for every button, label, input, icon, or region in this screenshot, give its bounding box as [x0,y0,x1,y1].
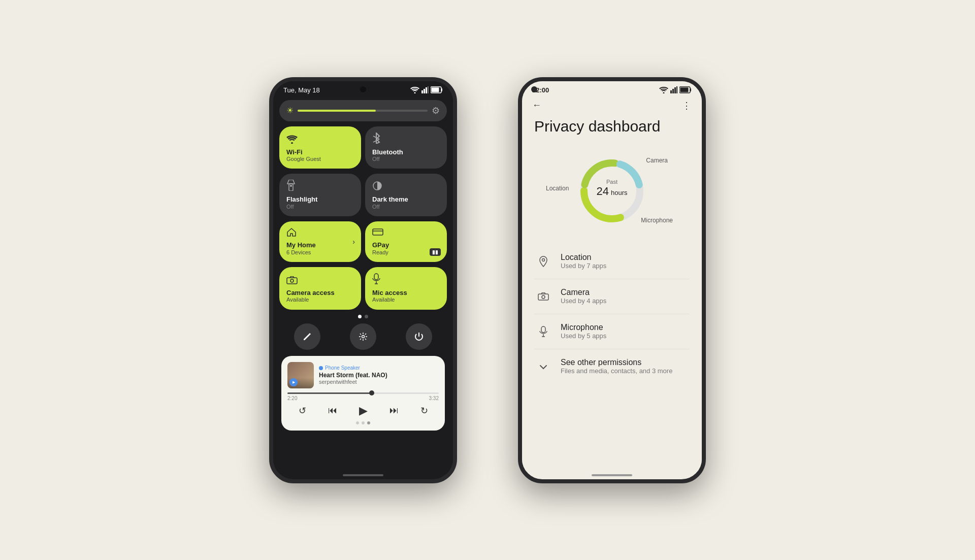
status-date: Tue, May 18 [283,86,320,94]
bluetooth-tile-icon [372,133,440,146]
phone-1: Tue, May 18 ☀ [269,77,457,483]
battery-icon-2 [679,86,692,93]
quick-tiles-row3: My Home 6 Devices › GPay Ready ▮▮ [279,221,447,262]
perm-microphone[interactable]: Microphone Used by 5 apps [534,314,690,349]
forward-button[interactable]: ↻ [420,405,428,416]
progress-times: 2:20 3:32 [287,396,439,401]
perm-location-name: Location [561,253,690,262]
svg-rect-24 [674,87,676,93]
chart-camera-label: Camera [646,157,668,164]
perm-other[interactable]: See other permissions Files and media, c… [534,349,690,384]
perm-location-info: Location Used by 7 apps [561,253,690,270]
perm-location[interactable]: Location Used by 7 apps [534,244,690,279]
music-mini-play[interactable]: ▶ [289,378,298,386]
permission-list: Location Used by 7 apps Camera Used by 4… [534,244,690,384]
mic-access-label: Mic access [372,289,440,297]
power-button[interactable] [406,323,432,350]
action-bar [279,323,447,350]
wifi-status-icon-2 [659,86,668,93]
perm-other-sub: Files and media, contacts, and 3 more [561,367,690,375]
svg-point-11 [290,185,292,187]
play-button[interactable]: ▶ [359,404,368,417]
flashlight-sublabel: Off [286,204,354,210]
darktheme-sublabel: Off [372,204,440,210]
music-source-text: Phone Speaker [325,365,360,371]
flashlight-label: Flashlight [286,195,354,204]
svg-point-33 [542,258,545,261]
brightness-slider[interactable]: ☀ ⚙ [279,100,447,121]
perm-camera-info: Camera Used by 4 apps [561,288,690,305]
camera-access-label: Camera access [286,289,354,297]
progress-track[interactable] [287,392,439,394]
quick-tiles-row2: Flashlight Off Dark theme Off [279,174,447,216]
tile-mic-access[interactable]: Mic access Available [365,267,447,310]
progress-fill [287,392,371,394]
tile-myhome[interactable]: My Home 6 Devices › [279,221,361,262]
privacy-chart: Past 24 hours Camera Location Microphone [561,148,663,229]
svg-rect-6 [441,88,442,91]
microphone-perm-icon [534,322,552,341]
wifi-label: Wi-Fi [286,148,354,156]
wifi-sublabel: Google Guest [286,156,354,162]
quick-tiles-row1: Wi-Fi Google Guest Bluetooth Off [279,126,447,169]
svg-rect-25 [676,86,677,93]
slider-thumb [298,110,376,112]
perm-other-name: See other permissions [561,358,690,367]
replay-button[interactable]: ↺ [299,405,306,416]
svg-marker-10 [287,180,295,184]
time-total: 3:32 [429,396,439,401]
status-icons-2 [659,86,692,93]
music-controls: ↺ ⏮ ▶ ⏭ ↻ [287,404,439,417]
music-dot-3 [367,421,370,424]
perm-microphone-sub: Used by 5 apps [561,332,690,340]
camera-access-tile-icon [286,276,354,287]
svg-rect-4 [428,86,429,93]
svg-rect-28 [680,88,689,92]
tile-bluetooth[interactable]: Bluetooth Off [365,126,447,169]
svg-point-21 [663,92,665,94]
tile-flashlight[interactable]: Flashlight Off [279,174,361,216]
perm-camera-sub: Used by 4 apps [561,297,690,305]
flashlight-tile-icon [286,180,354,193]
next-button[interactable]: ⏭ [389,405,399,416]
source-dot-icon [319,366,323,370]
tile-gpay[interactable]: GPay Ready ▮▮ [365,221,447,262]
camera-perm-icon [534,287,552,306]
perm-camera[interactable]: Camera Used by 4 apps [534,279,690,314]
quick-tiles-row4: Camera access Available Mic access Avail… [279,267,447,310]
svg-point-8 [291,142,293,144]
more-options-button[interactable]: ⋮ [682,100,692,111]
music-album-art: ▶ [287,362,314,388]
chart-location-label: Location [546,185,569,192]
perm-microphone-info: Microphone Used by 5 apps [561,323,690,340]
camera-hole-2 [531,86,537,92]
back-button[interactable]: ← [532,100,541,111]
chart-hours: hours [611,189,628,196]
tile-camera-access[interactable]: Camera access Available [279,267,361,310]
settings-button[interactable] [350,323,376,350]
svg-point-16 [290,279,294,282]
music-dot-2 [362,421,365,424]
slider-track[interactable] [298,110,428,112]
signal-icon-2 [670,86,677,93]
tile-wifi[interactable]: Wi-Fi Google Guest [279,126,361,169]
svg-rect-13 [373,229,383,235]
brightness-icon: ☀ [286,106,294,115]
battery-icon [431,86,443,93]
chart-center-label: Past 24 hours [596,179,627,198]
perm-microphone-name: Microphone [561,323,690,332]
gpay-tile-icon [372,227,440,239]
tile-darktheme[interactable]: Dark theme Off [365,174,447,216]
svg-rect-27 [690,88,691,91]
settings-gear-icon[interactable]: ⚙ [432,105,440,116]
svg-point-0 [414,92,416,94]
svg-rect-17 [374,274,378,280]
darktheme-label: Dark theme [372,195,440,204]
status-bar-light: 12:00 [522,81,702,96]
edit-button[interactable] [294,323,320,350]
darktheme-tile-icon [372,181,440,193]
dot-2 [365,315,368,318]
home-indicator-1 [343,474,383,476]
prev-button[interactable]: ⏮ [328,405,337,416]
music-info: Phone Speaker Heart Storm (feat. NAO) se… [319,365,439,385]
